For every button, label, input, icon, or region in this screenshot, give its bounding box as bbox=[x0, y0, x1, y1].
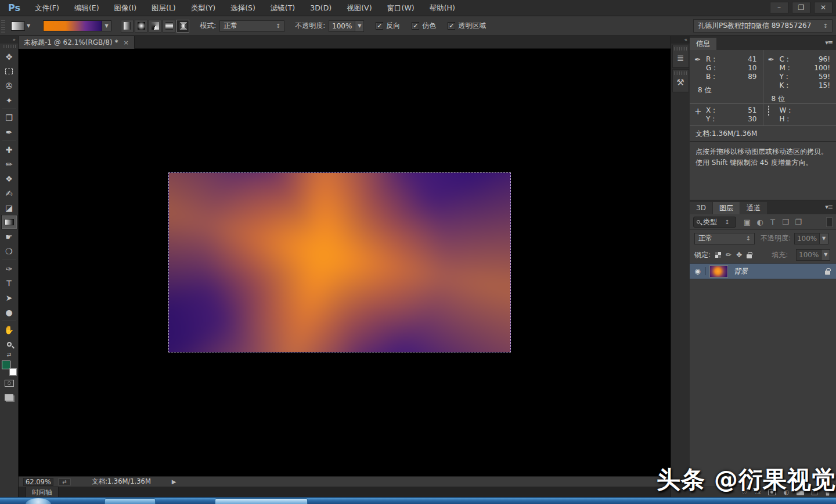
fill-value[interactable]: 100% bbox=[796, 249, 821, 261]
gradient-preview[interactable] bbox=[44, 21, 102, 31]
menu-view[interactable]: 视图(V) bbox=[339, 0, 379, 16]
background-color-swatch[interactable] bbox=[9, 368, 17, 376]
eraser-tool[interactable]: ◪ bbox=[1, 200, 17, 215]
clone-source-panel-button[interactable]: ≣ bbox=[672, 45, 689, 68]
filter-toggle-switch[interactable] bbox=[826, 217, 833, 227]
tab-channels[interactable]: 通道 bbox=[740, 202, 767, 214]
minimize-button[interactable]: – bbox=[770, 2, 788, 13]
tool-preset-swatch[interactable] bbox=[11, 21, 25, 31]
tool-hint-text: 点按并拖移以移动图层或移动选区的拷贝。使用 Shift 键限制沿 45 度增量方… bbox=[690, 141, 836, 172]
menu-3d[interactable]: 3D(D) bbox=[302, 0, 339, 16]
brush-icon: ✏ bbox=[6, 160, 13, 169]
lasso-tool[interactable]: ✇ bbox=[1, 78, 17, 93]
zoom-tool[interactable] bbox=[1, 337, 17, 351]
dither-checkbox[interactable]: ✓ bbox=[412, 22, 419, 30]
tab-3d[interactable]: 3D bbox=[690, 202, 712, 214]
swap-colors-icon[interactable]: ⇄ bbox=[7, 351, 12, 358]
menu-help[interactable]: 帮助(H) bbox=[422, 0, 463, 16]
menu-window[interactable]: 窗口(W) bbox=[380, 0, 422, 16]
zoom-level-field[interactable]: 62.09% bbox=[23, 478, 53, 486]
transparency-checkbox-group: ✓ 透明区域 bbox=[448, 21, 486, 31]
document-image[interactable] bbox=[168, 172, 511, 352]
clone-stamp-tool[interactable]: ❖ bbox=[1, 171, 17, 186]
workspace-select[interactable]: 孔德川PS教程扣扣微信 897857267 ↕ bbox=[693, 19, 833, 33]
crop-tool[interactable]: ❒ bbox=[1, 110, 17, 125]
layers-panel-menu-icon[interactable]: ▾≡ bbox=[825, 203, 833, 211]
taskbar-app-button-2[interactable] bbox=[215, 498, 308, 504]
blend-mode-select[interactable]: 正常 ↕ bbox=[694, 233, 755, 244]
opacity-label: 不透明度: bbox=[295, 21, 325, 31]
reverse-checkbox[interactable]: ✓ bbox=[376, 22, 383, 30]
opacity-dropdown-icon[interactable]: ▼ bbox=[355, 20, 364, 32]
info-panel-menu-icon[interactable]: ▾≡ bbox=[825, 39, 833, 46]
menu-edit[interactable]: 编辑(E) bbox=[67, 0, 107, 16]
history-brush-tool[interactable]: ✍ bbox=[1, 186, 17, 200]
lock-all-icon[interactable] bbox=[747, 254, 752, 258]
layers-opacity-value[interactable]: 100% bbox=[794, 233, 820, 244]
status-flyout-icon[interactable]: ▶ bbox=[172, 478, 176, 485]
gradient-picker-arrow-icon[interactable]: ▼ bbox=[102, 21, 111, 31]
timeline-tab[interactable]: 时间轴 bbox=[26, 487, 59, 497]
filter-image-icon[interactable]: ▣ bbox=[741, 218, 754, 226]
dodge-tool[interactable]: ❍ bbox=[1, 244, 17, 258]
tab-info[interactable]: 信息 bbox=[690, 38, 716, 50]
menu-select[interactable]: 选择(S) bbox=[223, 0, 263, 16]
menu-image[interactable]: 图像(I) bbox=[107, 0, 144, 16]
pen-tool[interactable]: ✑ bbox=[1, 261, 17, 276]
type-tool[interactable]: T bbox=[1, 276, 17, 290]
toolbar-collapse-icon[interactable]: » bbox=[0, 36, 18, 44]
brush-tool[interactable]: ✏ bbox=[1, 157, 17, 171]
close-button[interactable]: ✕ bbox=[814, 2, 833, 13]
gradient-tool[interactable] bbox=[1, 215, 17, 229]
lock-paint-icon[interactable]: ✏ bbox=[726, 251, 732, 259]
canvas[interactable] bbox=[19, 49, 671, 476]
radial-gradient-button[interactable] bbox=[135, 20, 147, 33]
smudge-tool[interactable]: ☛ bbox=[1, 229, 17, 244]
filter-shape-icon[interactable]: ❒ bbox=[779, 218, 792, 226]
tab-close-icon[interactable]: × bbox=[123, 39, 128, 46]
move-tool[interactable]: ✥ bbox=[1, 49, 17, 64]
marquee-tool[interactable] bbox=[1, 64, 17, 78]
filter-type-icon[interactable]: T bbox=[766, 218, 779, 226]
lock-transparency-icon[interactable] bbox=[715, 252, 721, 258]
eyedropper-tool[interactable]: ✒ bbox=[1, 125, 17, 139]
menu-file[interactable]: 文件(F) bbox=[27, 0, 67, 16]
tool-preset-arrow-icon[interactable]: ▼ bbox=[27, 23, 30, 28]
magic-wand-tool[interactable]: ✦ bbox=[1, 93, 17, 107]
restore-button[interactable]: ❐ bbox=[792, 2, 810, 13]
filter-smart-object-icon[interactable]: ❐ bbox=[792, 218, 805, 226]
toolbar-grip[interactable] bbox=[3, 45, 16, 48]
lock-move-icon[interactable]: ✥ bbox=[736, 251, 742, 259]
layers-opacity-dropdown-icon[interactable]: ▼ bbox=[820, 233, 828, 244]
reflected-gradient-button[interactable] bbox=[163, 20, 175, 33]
menu-type[interactable]: 类型(Y) bbox=[183, 0, 223, 16]
shape-tool[interactable]: ● bbox=[1, 305, 17, 319]
quick-mask-button[interactable] bbox=[1, 376, 17, 390]
fill-dropdown-icon[interactable]: ▼ bbox=[821, 249, 830, 261]
tools-presets-panel-button[interactable]: ⚒ bbox=[672, 69, 689, 92]
rgb-eyedropper-icon[interactable]: ✒ bbox=[694, 55, 706, 103]
hand-tool[interactable]: ✋ bbox=[1, 322, 17, 337]
tab-layers[interactable]: 图层 bbox=[713, 202, 740, 214]
dock-collapse-icon[interactable]: « bbox=[671, 36, 690, 44]
layer-filter-select[interactable]: 类型 ↕ bbox=[693, 217, 736, 228]
angle-gradient-button[interactable] bbox=[149, 20, 161, 33]
diamond-gradient-button[interactable] bbox=[176, 20, 189, 33]
screen-mode-button[interactable] bbox=[1, 390, 17, 405]
opacity-value[interactable]: 100% bbox=[329, 20, 355, 32]
layer-visibility-eye-icon[interactable]: ◉ bbox=[690, 267, 706, 275]
linear-gradient-button[interactable] bbox=[121, 20, 134, 33]
layer-thumbnail[interactable] bbox=[709, 265, 728, 278]
menu-layer[interactable]: 图层(L) bbox=[144, 0, 183, 16]
healing-brush-tool[interactable]: ✚ bbox=[1, 142, 17, 157]
taskbar-app-button-1[interactable] bbox=[105, 498, 156, 504]
mode-select[interactable]: 正常 ↕ bbox=[219, 20, 284, 32]
layer-row-background[interactable]: ◉ 背景 bbox=[690, 263, 836, 279]
transparency-checkbox[interactable]: ✓ bbox=[448, 22, 455, 30]
document-tab[interactable]: 未标题-1 @ 62.1%(RGB/8) * × bbox=[19, 36, 135, 49]
start-button[interactable] bbox=[26, 498, 51, 504]
gradient-picker[interactable]: ▼ bbox=[43, 20, 111, 31]
path-select-tool[interactable]: ➤ bbox=[1, 290, 17, 305]
menu-filter[interactable]: 滤镜(T) bbox=[263, 0, 302, 16]
filter-adjustment-icon[interactable]: ◐ bbox=[754, 218, 766, 226]
